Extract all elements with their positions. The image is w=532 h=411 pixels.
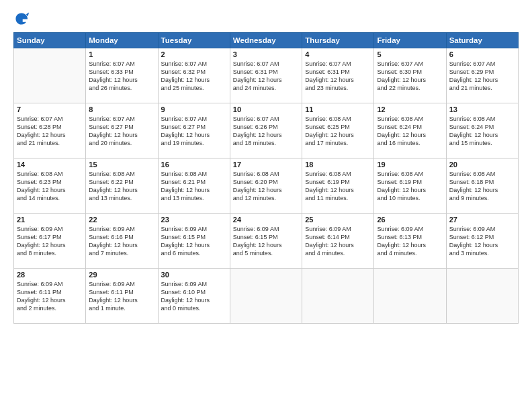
calendar-row-3: 21Sunrise: 6:09 AM Sunset: 6:17 PM Dayli…	[14, 214, 519, 269]
calendar-cell	[230, 269, 302, 324]
day-number: 23	[161, 216, 227, 224]
calendar-col-tuesday: Tuesday	[158, 33, 230, 48]
day-number: 11	[305, 105, 371, 113]
day-number: 10	[233, 105, 299, 113]
day-info: Sunrise: 6:07 AM Sunset: 6:30 PM Dayligh…	[377, 60, 443, 93]
calendar: SundayMondayTuesdayWednesdayThursdayFrid…	[13, 32, 519, 324]
calendar-cell	[446, 269, 518, 324]
calendar-cell: 11Sunrise: 6:08 AM Sunset: 6:25 PM Dayli…	[302, 103, 374, 158]
calendar-cell	[374, 269, 446, 324]
calendar-cell: 2Sunrise: 6:07 AM Sunset: 6:32 PM Daylig…	[158, 48, 230, 103]
day-info: Sunrise: 6:07 AM Sunset: 6:31 PM Dayligh…	[233, 60, 299, 93]
calendar-cell: 16Sunrise: 6:08 AM Sunset: 6:21 PM Dayli…	[158, 158, 230, 214]
calendar-col-monday: Monday	[86, 33, 158, 48]
day-info: Sunrise: 6:09 AM Sunset: 6:12 PM Dayligh…	[449, 225, 515, 258]
calendar-cell: 10Sunrise: 6:07 AM Sunset: 6:26 PM Dayli…	[230, 103, 302, 158]
calendar-header-row: SundayMondayTuesdayWednesdayThursdayFrid…	[14, 33, 519, 48]
day-number: 20	[449, 161, 515, 169]
day-number: 7	[17, 105, 83, 113]
calendar-cell: 25Sunrise: 6:09 AM Sunset: 6:14 PM Dayli…	[302, 214, 374, 269]
header	[13, 11, 519, 27]
calendar-cell: 17Sunrise: 6:08 AM Sunset: 6:20 PM Dayli…	[230, 158, 302, 214]
calendar-cell: 24Sunrise: 6:09 AM Sunset: 6:15 PM Dayli…	[230, 214, 302, 269]
calendar-cell: 1Sunrise: 6:07 AM Sunset: 6:33 PM Daylig…	[86, 48, 158, 103]
calendar-cell: 20Sunrise: 6:08 AM Sunset: 6:18 PM Dayli…	[446, 158, 518, 214]
calendar-row-0: 1Sunrise: 6:07 AM Sunset: 6:33 PM Daylig…	[14, 48, 519, 103]
day-info: Sunrise: 6:07 AM Sunset: 6:33 PM Dayligh…	[89, 60, 154, 93]
day-info: Sunrise: 6:08 AM Sunset: 6:23 PM Dayligh…	[17, 170, 83, 203]
day-info: Sunrise: 6:09 AM Sunset: 6:13 PM Dayligh…	[377, 225, 443, 258]
day-info: Sunrise: 6:09 AM Sunset: 6:15 PM Dayligh…	[233, 225, 299, 258]
calendar-cell: 27Sunrise: 6:09 AM Sunset: 6:12 PM Dayli…	[446, 214, 518, 269]
day-info: Sunrise: 6:08 AM Sunset: 6:21 PM Dayligh…	[161, 170, 227, 203]
calendar-col-thursday: Thursday	[302, 33, 374, 48]
day-number: 24	[233, 216, 299, 224]
day-number: 15	[89, 161, 154, 169]
day-info: Sunrise: 6:08 AM Sunset: 6:19 PM Dayligh…	[377, 170, 443, 203]
day-info: Sunrise: 6:08 AM Sunset: 6:20 PM Dayligh…	[233, 170, 299, 203]
calendar-row-4: 28Sunrise: 6:09 AM Sunset: 6:11 PM Dayli…	[14, 269, 519, 324]
calendar-cell: 4Sunrise: 6:07 AM Sunset: 6:31 PM Daylig…	[302, 48, 374, 103]
calendar-cell: 7Sunrise: 6:07 AM Sunset: 6:28 PM Daylig…	[14, 103, 86, 158]
day-number: 5	[377, 50, 443, 58]
day-info: Sunrise: 6:08 AM Sunset: 6:24 PM Dayligh…	[449, 115, 515, 148]
day-info: Sunrise: 6:09 AM Sunset: 6:10 PM Dayligh…	[161, 280, 227, 313]
day-number: 22	[89, 216, 154, 224]
day-info: Sunrise: 6:09 AM Sunset: 6:15 PM Dayligh…	[161, 225, 227, 258]
day-number: 6	[449, 50, 515, 58]
calendar-row-2: 14Sunrise: 6:08 AM Sunset: 6:23 PM Dayli…	[14, 158, 519, 214]
day-number: 29	[89, 271, 154, 279]
day-info: Sunrise: 6:07 AM Sunset: 6:27 PM Dayligh…	[161, 115, 227, 148]
day-info: Sunrise: 6:07 AM Sunset: 6:27 PM Dayligh…	[89, 115, 154, 148]
day-info: Sunrise: 6:07 AM Sunset: 6:28 PM Dayligh…	[17, 115, 83, 148]
calendar-cell: 14Sunrise: 6:08 AM Sunset: 6:23 PM Dayli…	[14, 158, 86, 214]
calendar-cell	[14, 48, 86, 103]
day-info: Sunrise: 6:09 AM Sunset: 6:16 PM Dayligh…	[89, 225, 154, 258]
day-info: Sunrise: 6:07 AM Sunset: 6:29 PM Dayligh…	[449, 60, 515, 93]
day-number: 21	[17, 216, 83, 224]
calendar-cell: 26Sunrise: 6:09 AM Sunset: 6:13 PM Dayli…	[374, 214, 446, 269]
day-number: 9	[161, 105, 227, 113]
calendar-cell: 6Sunrise: 6:07 AM Sunset: 6:29 PM Daylig…	[446, 48, 518, 103]
day-number: 16	[161, 161, 227, 169]
day-info: Sunrise: 6:07 AM Sunset: 6:32 PM Dayligh…	[161, 60, 227, 93]
day-number: 18	[305, 161, 371, 169]
day-number: 26	[377, 216, 443, 224]
calendar-col-saturday: Saturday	[446, 33, 518, 48]
day-number: 28	[17, 271, 83, 279]
calendar-col-wednesday: Wednesday	[230, 33, 302, 48]
calendar-cell: 15Sunrise: 6:08 AM Sunset: 6:22 PM Dayli…	[86, 158, 158, 214]
calendar-cell: 12Sunrise: 6:08 AM Sunset: 6:24 PM Dayli…	[374, 103, 446, 158]
day-number: 14	[17, 161, 83, 169]
day-number: 4	[305, 50, 371, 58]
day-number: 13	[449, 105, 515, 113]
day-info: Sunrise: 6:09 AM Sunset: 6:14 PM Dayligh…	[305, 225, 371, 258]
day-number: 12	[377, 105, 443, 113]
calendar-cell: 13Sunrise: 6:08 AM Sunset: 6:24 PM Dayli…	[446, 103, 518, 158]
day-number: 17	[233, 161, 299, 169]
day-number: 2	[161, 50, 227, 58]
day-number: 3	[233, 50, 299, 58]
calendar-cell: 21Sunrise: 6:09 AM Sunset: 6:17 PM Dayli…	[14, 214, 86, 269]
calendar-cell: 5Sunrise: 6:07 AM Sunset: 6:30 PM Daylig…	[374, 48, 446, 103]
day-number: 8	[89, 105, 154, 113]
logo-icon	[13, 11, 30, 27]
day-info: Sunrise: 6:09 AM Sunset: 6:11 PM Dayligh…	[17, 280, 83, 313]
day-info: Sunrise: 6:09 AM Sunset: 6:17 PM Dayligh…	[17, 225, 83, 258]
calendar-col-sunday: Sunday	[14, 33, 86, 48]
calendar-row-1: 7Sunrise: 6:07 AM Sunset: 6:28 PM Daylig…	[14, 103, 519, 158]
day-info: Sunrise: 6:07 AM Sunset: 6:26 PM Dayligh…	[233, 115, 299, 148]
page: SundayMondayTuesdayWednesdayThursdayFrid…	[0, 0, 532, 411]
day-number: 25	[305, 216, 371, 224]
day-info: Sunrise: 6:09 AM Sunset: 6:11 PM Dayligh…	[89, 280, 154, 313]
day-info: Sunrise: 6:07 AM Sunset: 6:31 PM Dayligh…	[305, 60, 371, 93]
calendar-cell: 28Sunrise: 6:09 AM Sunset: 6:11 PM Dayli…	[14, 269, 86, 324]
day-number: 19	[377, 161, 443, 169]
day-info: Sunrise: 6:08 AM Sunset: 6:22 PM Dayligh…	[89, 170, 154, 203]
calendar-cell: 30Sunrise: 6:09 AM Sunset: 6:10 PM Dayli…	[158, 269, 230, 324]
calendar-cell: 22Sunrise: 6:09 AM Sunset: 6:16 PM Dayli…	[86, 214, 158, 269]
logo	[13, 11, 32, 27]
day-number: 1	[89, 50, 154, 58]
calendar-cell: 23Sunrise: 6:09 AM Sunset: 6:15 PM Dayli…	[158, 214, 230, 269]
calendar-cell: 8Sunrise: 6:07 AM Sunset: 6:27 PM Daylig…	[86, 103, 158, 158]
